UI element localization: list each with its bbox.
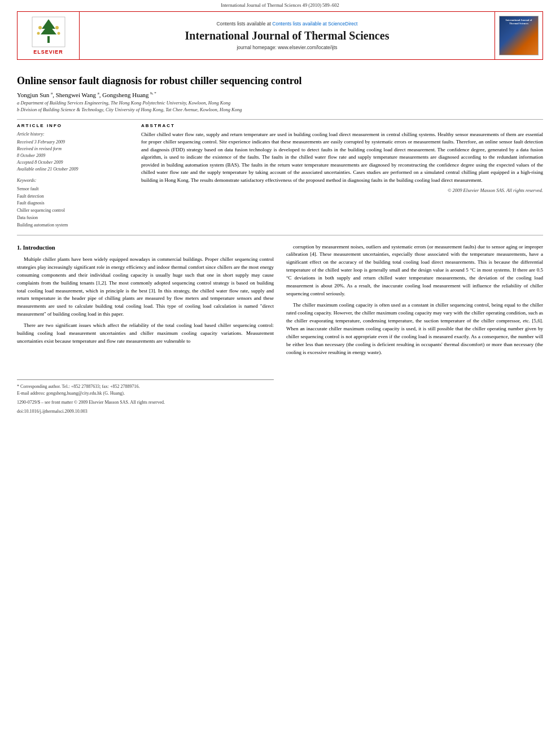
received-revised-label: Received in revised form xyxy=(17,146,130,152)
elsevier-tree-icon xyxy=(32,16,65,47)
main-content: Online sensor fault diagnosis for robust… xyxy=(17,62,543,416)
abstract-column: ABSTRACT Chiller chilled water flow rate… xyxy=(141,123,543,229)
affil-b-sup: b, * xyxy=(150,91,156,95)
affiliation-a: a Department of Building Services Engine… xyxy=(17,100,543,107)
affiliations: a Department of Building Services Engine… xyxy=(17,100,543,113)
paper-body: 1. Introduction Multiple chiller plants … xyxy=(17,243,543,416)
elsevier-logo-section: ELSEVIER xyxy=(18,12,80,59)
intro-para-1: Multiple chiller plants have been widely… xyxy=(17,256,274,319)
section-1-title: 1. Introduction xyxy=(17,243,274,252)
right-para-2: The chiller maximum cooling capacity is … xyxy=(286,302,543,357)
copyright-line: © 2009 Elsevier Masson SAS. All rights r… xyxy=(141,187,543,193)
cover-title-small: International Journal of Thermal Science… xyxy=(502,19,536,25)
received-date-1: Received 3 February 2009 xyxy=(17,139,130,146)
abstract-text: Chiller chilled water flow rate, supply … xyxy=(141,131,543,185)
elsevier-name: ELSEVIER xyxy=(33,49,63,55)
journal-cover-thumbnail: International Journal of Thermal Science… xyxy=(499,16,539,55)
footnote-doi: doi:10.1016/j.ijthermalsci.2009.10.003 xyxy=(17,408,274,415)
received-revised-date: 8 October 2009 xyxy=(17,152,130,159)
footnote-email: E-mail address: gongsheng.huang@city.edu… xyxy=(17,390,274,397)
svg-marker-3 xyxy=(41,24,56,34)
accepted-date: Accepted 8 October 2009 xyxy=(17,159,130,166)
journal-cover-section: International Journal of Thermal Science… xyxy=(495,12,542,59)
svg-rect-1 xyxy=(47,36,50,43)
svg-point-4 xyxy=(38,26,42,29)
keywords-section: Keywords: Sensor fault Fault detection F… xyxy=(17,177,130,229)
header-divider xyxy=(17,119,543,120)
svg-point-6 xyxy=(37,32,40,35)
available-date: Available online 21 October 2009 xyxy=(17,166,130,173)
journal-title: International Journal of Thermal Science… xyxy=(185,29,390,42)
two-col-body: 1. Introduction Multiple chiller plants … xyxy=(17,243,543,416)
contents-available-text: Contents lists available at Contents lis… xyxy=(217,21,358,27)
affil-a-sup: a xyxy=(51,91,53,95)
article-info-column: ARTICLE INFO Article history: Received 3… xyxy=(17,123,130,229)
body-right-column: corruption by measurement noises, outlie… xyxy=(286,243,543,416)
journal-title-section: Contents lists available at Contents lis… xyxy=(80,12,495,59)
keyword-5: Data fusion xyxy=(17,215,130,222)
svg-point-7 xyxy=(57,32,60,35)
article-history: Article history: Received 3 February 200… xyxy=(17,131,130,173)
article-info-heading: ARTICLE INFO xyxy=(17,123,130,128)
history-label: Article history: xyxy=(17,131,130,138)
keywords-label: Keywords: xyxy=(17,177,130,185)
intro-para-2: There are two significant issues which a… xyxy=(17,322,274,346)
citation-bar: International Journal of Thermal Science… xyxy=(0,0,560,9)
keyword-2: Fault detection xyxy=(17,193,130,200)
journal-homepage: journal homepage: www.elsevier.com/locat… xyxy=(237,45,337,50)
keyword-4: Chiller sequencing control xyxy=(17,207,130,215)
journal-header: ELSEVIER Contents lists available at Con… xyxy=(17,11,543,60)
affil-a-sup2: a xyxy=(98,91,99,95)
affiliation-b: b Division of Building Science & Technol… xyxy=(17,107,543,113)
article-info-abstract-section: ARTICLE INFO Article history: Received 3… xyxy=(17,123,543,229)
keyword-6: Building automation system xyxy=(17,222,130,229)
citation-text: International Journal of Thermal Science… xyxy=(221,2,339,8)
abstract-heading: ABSTRACT xyxy=(141,123,543,128)
paper-title: Online sensor fault diagnosis for robust… xyxy=(17,75,543,88)
footnote-corresponding: * Corresponding author. Tel.: +852 27887… xyxy=(17,383,274,390)
svg-point-5 xyxy=(55,26,59,29)
authors-line: Yongjun Sun a, Shengwei Wang a, Gongshen… xyxy=(17,91,543,98)
abstract-divider xyxy=(17,235,543,235)
footnotes-area: * Corresponding author. Tel.: +852 27887… xyxy=(17,379,274,416)
sciencedirect-link[interactable]: Contents lists available at ScienceDirec… xyxy=(272,21,357,27)
keyword-1: Sensor fault xyxy=(17,186,130,193)
keyword-3: Fault diagnosis xyxy=(17,200,130,207)
footnote-issn: 1290-0729/$ – see front matter © 2009 El… xyxy=(17,399,274,406)
elsevier-logo: ELSEVIER xyxy=(32,16,65,55)
body-left-column: 1. Introduction Multiple chiller plants … xyxy=(17,243,274,416)
right-para-1: corruption by measurement noises, outlie… xyxy=(286,243,543,299)
